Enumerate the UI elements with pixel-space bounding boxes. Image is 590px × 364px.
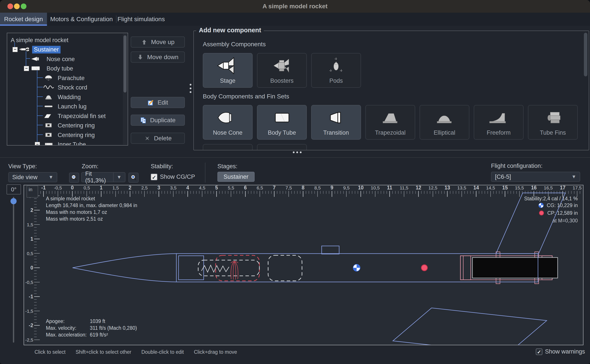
add-component-title: Add new component — [196, 27, 264, 34]
rotation-slider-track[interactable] — [13, 197, 14, 343]
arrow-down-icon — [137, 54, 144, 60]
cg-marker — [353, 264, 360, 271]
tab-rocket-design[interactable]: Rocket design — [0, 13, 47, 26]
zoom-in-button[interactable] — [128, 173, 139, 183]
toolbar-divider — [205, 162, 205, 183]
tree-item-parachute[interactable]: Parachute — [7, 73, 127, 83]
centeringring-icon — [43, 122, 55, 128]
component-card-tube-fins[interactable]: Tube Fins — [528, 105, 578, 140]
tree-item-nose-cone[interactable]: Nose cone — [7, 54, 127, 64]
component-tree-panel: A simple model rocket−SustainerNose cone… — [7, 33, 128, 146]
fin-lower[interactable] — [393, 308, 547, 345]
flight-stats-block: Apogee:1039 ft Max. velocity:311 ft/s (M… — [46, 318, 137, 338]
stage-component-icon — [203, 56, 252, 76]
openrocket-window: A simple model rocket Rocket design Moto… — [0, 0, 590, 364]
tree-expander[interactable]: − — [24, 66, 29, 71]
launchlug-icon — [43, 103, 55, 109]
component-card-body-tube[interactable]: Body Tube — [257, 105, 307, 140]
panel-splitter-handle[interactable] — [190, 84, 192, 95]
component-card-transition[interactable]: Transition — [311, 105, 361, 140]
show-cgcp-checkbox[interactable]: ✓ — [151, 174, 157, 180]
nosecone-component-icon — [203, 108, 252, 128]
tree-expander[interactable]: − — [13, 47, 18, 52]
show-cgcp-label: Show CG/CP — [160, 174, 195, 180]
tree-expander[interactable]: − — [35, 142, 40, 146]
cp-legend-icon — [539, 210, 544, 217]
move-up-button[interactable]: Move up — [131, 36, 185, 48]
tree-item-root[interactable]: A simple model rocket — [7, 35, 127, 45]
zoom-in-icon — [130, 174, 137, 181]
wadding-outline[interactable] — [268, 255, 302, 281]
tree-item-shock-cord[interactable]: Shock cord — [7, 83, 127, 92]
shock-cord-outline[interactable] — [198, 260, 259, 276]
bodytube-component-icon — [257, 108, 306, 128]
cp-marker — [421, 265, 427, 271]
component-card-stage[interactable]: Stage — [203, 53, 253, 88]
delete-cross-icon — [144, 135, 151, 142]
chevron-down-icon: ▼ — [571, 174, 576, 180]
duplicate-pages-icon — [140, 117, 147, 124]
nose-shoulder[interactable] — [179, 256, 204, 280]
component-card-trapezoidal[interactable]: Trapezoidal — [365, 105, 415, 140]
component-card-partial[interactable] — [257, 144, 307, 150]
flight-config-select[interactable]: [C6-5] ▼ — [491, 172, 580, 182]
tree-item-launch-lug[interactable]: Launch lug — [7, 102, 127, 111]
hint-text: Double-click to edit — [141, 349, 184, 355]
hint-text: Click to select — [34, 349, 66, 355]
component-card-boosters[interactable]: Boosters — [257, 53, 307, 88]
main-tabbar: Rocket design Motors & Configuration Fli… — [0, 13, 590, 26]
panel-resize-handle[interactable] — [293, 151, 302, 153]
component-card-partial[interactable] — [203, 144, 253, 150]
tubefins-component-icon — [528, 108, 577, 128]
flight-config-label: Flight configuration: — [491, 162, 543, 169]
rocket-icon — [18, 46, 30, 52]
view-type-select[interactable]: Side view ▼ — [8, 172, 57, 182]
shock-cord-zigzag — [201, 265, 229, 272]
delete-button[interactable]: Delete — [131, 133, 185, 144]
ruler-unit-box: in — [27, 186, 38, 197]
tree-item-centering-ring[interactable]: Centering ring — [7, 130, 127, 139]
centeringring-icon — [43, 132, 55, 138]
tree-item-trapezoidal-fin-set[interactable]: Trapezoidal fin set — [7, 111, 127, 120]
stability-info-block: Stability:2,4 cal / 14,1 % CG: 10,229 in… — [524, 195, 578, 224]
edit-button[interactable]: Edit — [131, 97, 185, 108]
view-type-label: View Type: — [8, 163, 37, 170]
rotation-slider-knob[interactable] — [11, 198, 17, 204]
component-card-nose-cone[interactable]: Nose Cone — [203, 105, 253, 140]
move-down-button[interactable]: Move down — [131, 52, 185, 63]
trapezoidal-component-icon — [366, 108, 415, 128]
rocket-info-block: A simple model rocket Length 16,748 in, … — [46, 195, 137, 222]
tree-item-inner-tube[interactable]: −Inner Tube — [7, 139, 127, 146]
add-panel-scrollbar[interactable] — [584, 33, 587, 76]
stage-toggle-sustainer[interactable]: Sustainer — [217, 172, 255, 182]
tab-motors-configuration[interactable]: Motors & Configuration — [47, 13, 116, 26]
zoom-out-icon — [71, 174, 77, 181]
component-card-freeform[interactable]: Freeform — [474, 105, 523, 140]
show-warnings-checkbox[interactable]: ✓ — [536, 349, 542, 355]
chevron-down-icon: ▼ — [48, 174, 53, 180]
tab-flight-simulations[interactable]: Flight simulations — [116, 13, 166, 26]
parachute-canopy — [231, 261, 238, 280]
tree-item-wadding[interactable]: Wadding — [7, 92, 127, 102]
freeform-component-icon — [474, 108, 523, 128]
edit-pencil-icon — [148, 99, 154, 106]
cg-legend-icon — [538, 203, 544, 210]
zoom-level-select[interactable]: Fit (51,3%) ▼ — [81, 172, 125, 182]
component-card-pods[interactable]: Pods — [311, 53, 361, 88]
nose-cone-outline[interactable] — [73, 254, 176, 282]
tree-item-sustainer[interactable]: −Sustainer — [7, 45, 127, 54]
component-group-label: Body Components and Fin Sets — [203, 93, 289, 100]
add-component-panel: Assembly Components Stage Boosters PodsB… — [193, 31, 589, 150]
zoom-out-button[interactable] — [69, 173, 79, 183]
launch-lug[interactable] — [322, 246, 339, 254]
component-group-label: Assembly Components — [203, 41, 266, 48]
innertube-icon — [43, 141, 55, 146]
hint-text: Click+drag to move — [194, 349, 237, 355]
tree-item-body-tube[interactable]: −Body tube — [7, 64, 127, 73]
tree-scrollbar[interactable] — [123, 34, 127, 145]
duplicate-button[interactable]: Duplicate — [131, 115, 185, 126]
component-card-elliptical[interactable]: Elliptical — [420, 105, 469, 140]
tree-item-centering-ring[interactable]: Centering ring — [7, 120, 127, 130]
motor-casing[interactable] — [472, 258, 558, 278]
rocket-design-canvas[interactable]: -1-0,500,511,522,533,544,555,566,577,588… — [24, 185, 583, 345]
